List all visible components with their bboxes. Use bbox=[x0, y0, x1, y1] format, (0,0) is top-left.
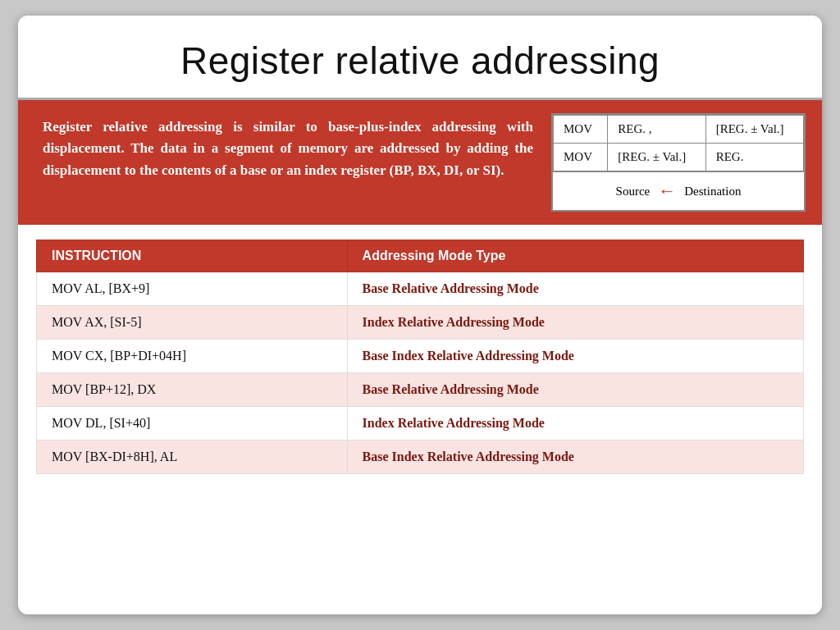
mode-cell: Index Relative Addressing Mode bbox=[347, 407, 803, 441]
info-section: Register relative addressing is similar … bbox=[18, 100, 822, 225]
info-box: MOV REG. , [REG. ± Val.] MOV [REG. ± Val… bbox=[551, 113, 806, 212]
table-row: MOV [BP+12], DXBase Relative Addressing … bbox=[37, 373, 804, 407]
instruction-cell: MOV [BP+12], DX bbox=[37, 373, 348, 407]
instruction-cell: MOV AX, [SI-5] bbox=[37, 306, 348, 340]
slide: Register relative addressing Register re… bbox=[18, 16, 822, 614]
table-row: MOV AL, [BX+9]Base Relative Addressing M… bbox=[37, 272, 804, 306]
instruction-cell: MOV DL, [SI+40] bbox=[37, 407, 348, 441]
diagram-row-1: MOV REG. , [REG. ± Val.] bbox=[554, 116, 804, 144]
diagram-row-2: MOV [REG. ± Val.] REG. bbox=[554, 144, 804, 171]
mode-cell: Base Index Relative Addressing Mode bbox=[347, 340, 803, 373]
mode-cell: Index Relative Addressing Mode bbox=[347, 306, 803, 340]
instruction-cell: MOV AL, [BX+9] bbox=[37, 272, 348, 306]
diagram-cell-val1: [REG. ± Val.] bbox=[705, 116, 803, 144]
table-row: MOV [BX-DI+8H], ALBase Index Relative Ad… bbox=[37, 441, 804, 474]
diagram-cell-mov2: MOV bbox=[554, 144, 608, 171]
table-row: MOV CX, [BP+DI+04H]Base Index Relative A… bbox=[37, 340, 804, 373]
col-header-mode: Addressing Mode Type bbox=[347, 240, 803, 272]
mode-cell: Base Index Relative Addressing Mode bbox=[347, 441, 803, 474]
source-dest-row: Source ← Destination bbox=[553, 171, 804, 210]
instruction-cell: MOV [BX-DI+8H], AL bbox=[37, 441, 348, 474]
instruction-diagram-table: MOV REG. , [REG. ± Val.] MOV [REG. ± Val… bbox=[553, 115, 804, 171]
col-header-instruction: INSTRUCTION bbox=[37, 240, 348, 272]
diagram-cell-val2: REG. bbox=[705, 144, 803, 171]
arrow-icon: ← bbox=[658, 180, 676, 202]
table-section: INSTRUCTION Addressing Mode Type MOV AL,… bbox=[18, 225, 822, 614]
table-row: MOV DL, [SI+40]Index Relative Addressing… bbox=[37, 407, 804, 441]
instruction-cell: MOV CX, [BP+DI+04H] bbox=[37, 340, 348, 373]
page-title: Register relative addressing bbox=[51, 39, 789, 83]
source-label: Source bbox=[616, 185, 651, 199]
diagram-cell-reg2: [REG. ± Val.] bbox=[608, 144, 705, 171]
table-row: MOV AX, [SI-5]Index Relative Addressing … bbox=[37, 306, 804, 340]
mode-cell: Base Relative Addressing Mode bbox=[347, 373, 803, 407]
diagram-cell-mov1: MOV bbox=[554, 116, 608, 144]
addressing-mode-table: INSTRUCTION Addressing Mode Type MOV AL,… bbox=[36, 240, 804, 474]
mode-cell: Base Relative Addressing Mode bbox=[347, 272, 803, 306]
title-area: Register relative addressing bbox=[18, 16, 822, 100]
table-header-row: INSTRUCTION Addressing Mode Type bbox=[37, 240, 804, 272]
info-paragraph: Register relative addressing is similar … bbox=[18, 100, 551, 225]
destination-label: Destination bbox=[684, 185, 741, 199]
diagram-cell-reg1: REG. , bbox=[608, 116, 705, 144]
